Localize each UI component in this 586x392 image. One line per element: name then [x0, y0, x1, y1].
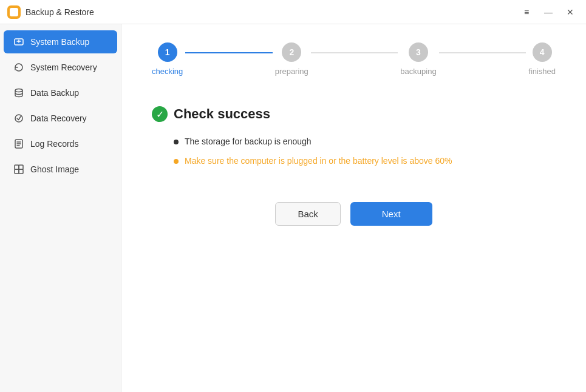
window-controls: ≡ — ✕ [518, 4, 579, 21]
bullet-black-icon [174, 140, 179, 144]
sidebar-item-system-recovery-label: System Recovery [30, 63, 97, 72]
sidebar-item-log-records[interactable]: Log Records [4, 132, 117, 155]
sidebar-item-data-recovery-label: Data Recovery [30, 113, 87, 123]
bullet-orange-icon [174, 159, 179, 164]
backup-icon [13, 36, 24, 47]
back-button[interactable]: Back [275, 202, 340, 226]
step-4-circle: 4 [533, 42, 552, 62]
step-1-label: checking [152, 67, 183, 76]
ghost-icon [13, 164, 24, 175]
step-1-circle: 1 [158, 42, 177, 62]
sidebar-item-data-backup-label: Data Backup [30, 88, 79, 98]
step-2-circle: 2 [282, 42, 301, 62]
progress-stepper: 1 checking 2 preparing 3 backuping 4 fin… [152, 42, 556, 76]
svg-point-1 [15, 89, 22, 92]
svg-rect-6 [19, 165, 23, 169]
sidebar-item-data-recovery[interactable]: Data Recovery [4, 107, 117, 130]
data-backup-icon [13, 87, 24, 98]
main-content: 1 checking 2 preparing 3 backuping 4 fin… [121, 24, 586, 392]
app-body: System Backup System Recovery Data Back [0, 24, 586, 392]
step-3-circle: 3 [409, 42, 428, 62]
app-logo-icon [7, 5, 21, 19]
check-item-1: The storage for backup is enough [174, 137, 556, 146]
step-2: 2 preparing [275, 42, 308, 76]
check-items-list: The storage for backup is enough Make su… [174, 137, 556, 166]
step-1: 1 checking [152, 42, 183, 76]
step-4-label: finished [528, 67, 556, 76]
app-title: Backup & Restore [26, 7, 518, 17]
step-2-label: preparing [275, 67, 308, 76]
minimize-button[interactable]: — [540, 4, 557, 21]
check-success-title: Check success [174, 106, 270, 122]
svg-rect-7 [19, 169, 23, 174]
svg-rect-5 [15, 169, 19, 174]
titlebar: Backup & Restore ≡ — ✕ [0, 0, 586, 24]
check-item-2: Make sure the computer is plugged in or … [174, 156, 556, 166]
success-check-icon: ✓ [152, 106, 168, 122]
sidebar-item-data-backup[interactable]: Data Backup [4, 81, 117, 104]
menu-button[interactable]: ≡ [518, 4, 535, 21]
sidebar: System Backup System Recovery Data Back [0, 24, 121, 392]
sidebar-item-ghost-image-label: Ghost Image [30, 164, 79, 174]
step-line-1 [185, 52, 273, 53]
button-row: Back Next [152, 202, 556, 226]
step-line-2 [311, 52, 398, 53]
close-button[interactable]: ✕ [562, 4, 579, 21]
svg-point-2 [15, 115, 22, 122]
next-button[interactable]: Next [350, 202, 432, 226]
step-3: 3 backuping [400, 42, 436, 76]
check-item-2-text: Make sure the computer is plugged in or … [185, 156, 452, 166]
sidebar-item-ghost-image[interactable]: Ghost Image [4, 158, 117, 181]
sidebar-item-system-backup-label: System Backup [30, 37, 89, 47]
recovery-icon [13, 62, 24, 73]
step-3-label: backuping [400, 67, 436, 76]
check-success-header: ✓ Check success [152, 106, 556, 122]
step-line-3 [439, 52, 526, 53]
check-item-1-text: The storage for backup is enough [185, 137, 312, 146]
svg-rect-4 [15, 165, 19, 169]
step-4: 4 finished [528, 42, 556, 76]
sidebar-item-system-recovery[interactable]: System Recovery [4, 56, 117, 79]
log-icon [13, 138, 24, 149]
sidebar-item-system-backup[interactable]: System Backup [4, 30, 117, 53]
sidebar-item-log-records-label: Log Records [30, 139, 78, 149]
data-recovery-icon [13, 113, 24, 124]
